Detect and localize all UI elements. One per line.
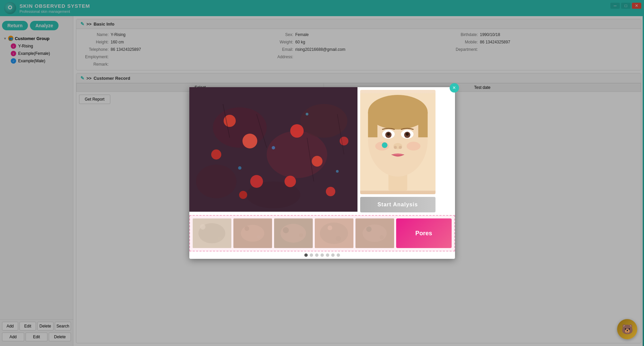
svg-point-42 — [407, 142, 420, 150]
svg-point-46 — [200, 224, 205, 230]
thumbnail-3[interactable] — [274, 218, 313, 248]
thumbnail-2[interactable] — [233, 218, 272, 248]
mascot[interactable]: 🐻 — [617, 319, 637, 339]
svg-point-62 — [366, 227, 372, 232]
svg-point-13 — [250, 175, 263, 188]
svg-point-15 — [239, 191, 247, 199]
svg-point-55 — [299, 233, 303, 237]
svg-point-40 — [399, 146, 402, 149]
page-dot-2[interactable] — [310, 253, 313, 257]
svg-point-63 — [380, 235, 384, 239]
svg-rect-31 — [418, 112, 427, 137]
svg-point-59 — [336, 236, 341, 241]
page-dot-4[interactable] — [320, 253, 324, 257]
pores-tag[interactable]: Pores — [396, 218, 452, 248]
svg-point-16 — [285, 176, 296, 187]
page-dot-7[interactable] — [337, 253, 340, 257]
svg-point-58 — [328, 226, 332, 230]
svg-point-51 — [257, 235, 260, 239]
svg-point-12 — [312, 156, 323, 167]
svg-point-47 — [218, 237, 222, 241]
thumbnail-5[interactable] — [355, 218, 394, 248]
thumbnails-strip: Pores — [189, 215, 455, 251]
thumbnail-1[interactable] — [193, 218, 231, 248]
svg-point-54 — [283, 227, 289, 233]
modal-body: Start Analysis — [189, 87, 455, 215]
svg-point-3 — [213, 107, 267, 148]
page-dot-5[interactable] — [326, 253, 329, 257]
svg-point-37 — [406, 133, 409, 136]
svg-point-49 — [241, 225, 264, 242]
svg-point-11 — [290, 124, 304, 138]
skin-microscope-image — [189, 87, 357, 212]
svg-point-19 — [306, 113, 308, 115]
svg-point-9 — [242, 134, 257, 148]
page-dot-3[interactable] — [315, 253, 318, 257]
svg-point-4 — [267, 131, 327, 178]
svg-point-10 — [211, 149, 221, 160]
modal-face-panel: Start Analysis — [357, 87, 438, 215]
analysis-modal: × — [189, 87, 455, 259]
svg-point-14 — [326, 187, 335, 196]
face-reference-image — [360, 90, 435, 194]
svg-point-17 — [340, 137, 348, 145]
mascot-icon: 🐻 — [617, 319, 637, 339]
svg-point-53 — [280, 224, 306, 243]
svg-point-39 — [393, 146, 396, 149]
modal-overlay[interactable]: × — [0, 0, 644, 346]
svg-point-5 — [196, 165, 236, 198]
thumbnail-4[interactable] — [315, 218, 353, 248]
svg-point-36 — [387, 133, 390, 136]
svg-point-20 — [238, 166, 241, 170]
svg-point-18 — [272, 146, 275, 149]
svg-point-50 — [244, 226, 249, 231]
start-analysis-button[interactable]: Start Analysis — [360, 197, 435, 212]
pagination-dots — [189, 251, 455, 259]
page-dot-1[interactable] — [304, 253, 308, 257]
svg-point-43 — [382, 142, 387, 148]
svg-rect-30 — [368, 112, 377, 137]
svg-point-57 — [320, 222, 348, 244]
modal-close-button[interactable]: × — [450, 83, 459, 93]
svg-point-21 — [336, 170, 339, 173]
svg-point-61 — [363, 224, 387, 242]
page-dot-6[interactable] — [331, 253, 335, 257]
pores-label: Pores — [415, 230, 432, 237]
